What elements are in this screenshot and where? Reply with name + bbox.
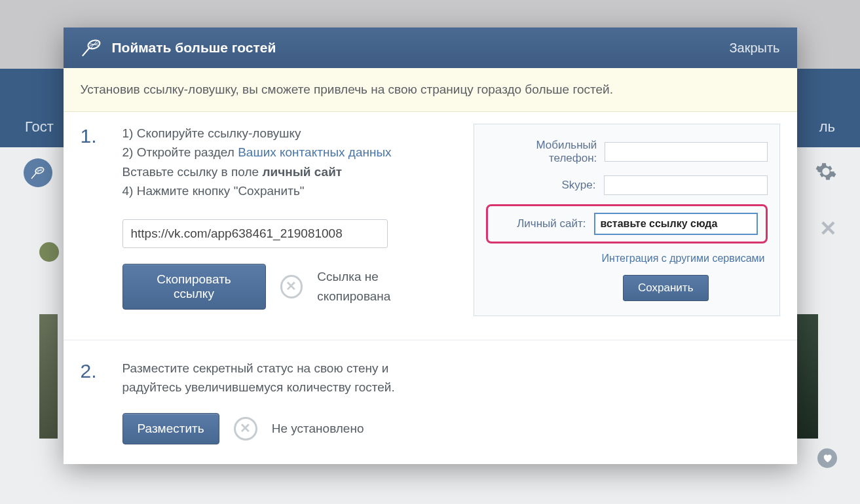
post-button[interactable]: Разместить — [122, 413, 219, 444]
svg-line-3 — [83, 48, 89, 56]
divider — [64, 340, 797, 340]
status-x-icon: ✕ — [280, 275, 303, 298]
preview-site-input — [594, 213, 758, 235]
integration-link[interactable]: Интеграция с другими сервисами — [486, 247, 768, 264]
contact-data-link[interactable]: Ваших контактных данных — [238, 145, 391, 159]
step-2-content: Разместите секретный статус на свою стен… — [122, 359, 450, 444]
preview-phone-row: Мобильный телефон: — [486, 134, 768, 170]
catch-guests-modal: Поймать больше гостей Закрыть Установив … — [64, 27, 797, 464]
vk-preview-panel: Мобильный телефон: Skype: Личный сайт: И… — [474, 124, 780, 316]
step-2: 2. Разместите секретный статус на свою с… — [81, 359, 780, 444]
step-number: 2. — [81, 359, 107, 382]
step-1-line1: 1) Скопируйте ссылку-ловушку — [122, 124, 450, 143]
step-number: 1. — [81, 124, 107, 147]
trap-link-input[interactable] — [122, 219, 388, 248]
modal-body: 1. 1) Скопируйте ссылку-ловушку 2) Откро… — [64, 112, 797, 464]
modal-title: Поймать больше гостей — [112, 40, 276, 56]
net-icon — [81, 37, 103, 59]
copy-status-text: Ссылка не скопирована — [317, 267, 449, 306]
status-x-icon: ✕ — [234, 417, 257, 441]
modal-header: Поймать больше гостей Закрыть — [64, 27, 797, 68]
step-1-content: 1) Скопируйте ссылку-ловушку 2) Откройте… — [122, 124, 450, 310]
post-status-text: Не установлено — [272, 419, 364, 438]
step-1-line2: 2) Откройте раздел Ваших контактных данн… — [122, 143, 450, 162]
preview-phone-input — [605, 142, 767, 162]
preview-skype-label: Skype: — [562, 179, 596, 192]
copy-link-button[interactable]: Скопировать ссылку — [122, 264, 266, 310]
step-1: 1. 1) Скопируйте ссылку-ловушку 2) Откро… — [81, 124, 780, 316]
preview-skype-input — [604, 175, 768, 195]
copy-action-row: Скопировать ссылку ✕ Ссылка не скопирова… — [122, 264, 450, 310]
close-button[interactable]: Закрыть — [729, 41, 779, 56]
step-1-line3: Вставьте ссылку в поле личный сайт — [122, 162, 450, 181]
modal-overlay: Поймать больше гостей Закрыть Установив … — [0, 0, 860, 504]
step-2-text: Разместите секретный статус на свою стен… — [122, 359, 450, 397]
preview-site-highlight: Личный сайт: — [486, 204, 768, 243]
step-1-line4: 4) Нажмите кнопку "Сохранить" — [122, 181, 450, 200]
preview-phone-label: Мобильный телефон: — [486, 139, 597, 165]
preview-save-button: Сохранить — [623, 275, 708, 301]
info-banner: Установив ссылку-ловушку, вы сможете при… — [64, 68, 797, 112]
preview-site-label: Личный сайт: — [517, 217, 586, 230]
preview-skype-row: Skype: — [486, 170, 768, 200]
post-action-row: Разместить ✕ Не установлено — [122, 413, 450, 444]
